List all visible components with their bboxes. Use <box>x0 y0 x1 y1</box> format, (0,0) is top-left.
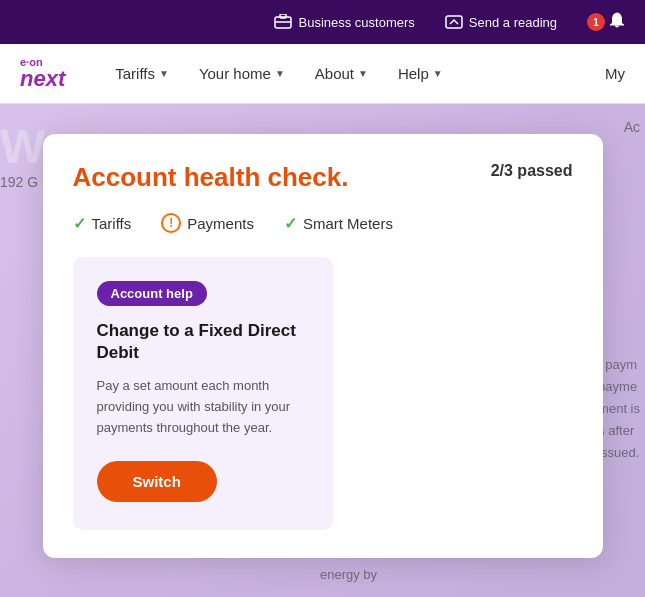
payments-warning-icon: ! <box>161 213 181 233</box>
about-label: About <box>315 65 354 82</box>
smart-meters-check-label: Smart Meters <box>303 215 393 232</box>
help-label: Help <box>398 65 429 82</box>
send-reading-label: Send a reading <box>469 15 557 30</box>
nav-help[interactable]: Help ▼ <box>398 65 443 82</box>
notification-badge[interactable]: 1 <box>587 13 605 31</box>
about-chevron-icon: ▼ <box>358 68 368 79</box>
smart-meters-check-icon: ✓ <box>284 214 297 233</box>
account-help-badge: Account help <box>97 281 207 306</box>
tariffs-chevron-icon: ▼ <box>159 68 169 79</box>
notification-count: 1 <box>593 17 599 28</box>
check-items-row: ✓ Tariffs ! Payments ✓ Smart Meters <box>73 213 573 233</box>
svg-rect-3 <box>446 16 462 28</box>
payments-check-label: Payments <box>187 215 254 232</box>
modal-passed: 2/3 passed <box>491 162 573 180</box>
nav-my[interactable]: My <box>605 65 625 82</box>
check-payments: ! Payments <box>161 213 254 233</box>
tariffs-check-label: Tariffs <box>92 215 132 232</box>
help-chevron-icon: ▼ <box>433 68 443 79</box>
check-smart-meters: ✓ Smart Meters <box>284 214 393 233</box>
main-navigation: e·on next Tariffs ▼ Your home ▼ About ▼ … <box>0 44 645 104</box>
nav-your-home[interactable]: Your home ▼ <box>199 65 285 82</box>
logo-next-text: next <box>20 68 65 90</box>
top-utility-bar: Business customers Send a reading 1 <box>0 0 645 44</box>
recommendation-card: Account help Change to a Fixed Direct De… <box>73 257 333 530</box>
briefcase-icon <box>274 13 292 31</box>
tariffs-label: Tariffs <box>115 65 155 82</box>
bell-icon <box>609 11 625 33</box>
inner-card-body: Pay a set amount each month providing yo… <box>97 376 309 438</box>
your-home-label: Your home <box>199 65 271 82</box>
modal-title: Account health check. <box>73 162 349 193</box>
modal-overlay: Account health check. 2/3 passed ✓ Tarif… <box>0 104 645 597</box>
switch-button[interactable]: Switch <box>97 461 217 502</box>
modal-header: Account health check. 2/3 passed <box>73 162 573 193</box>
my-label: My <box>605 65 625 82</box>
nav-about[interactable]: About ▼ <box>315 65 368 82</box>
business-customers-link[interactable]: Business customers <box>274 13 414 31</box>
business-customers-label: Business customers <box>298 15 414 30</box>
nav-tariffs[interactable]: Tariffs ▼ <box>115 65 169 82</box>
eon-next-logo[interactable]: e·on next <box>20 57 65 90</box>
check-tariffs: ✓ Tariffs <box>73 214 132 233</box>
tariffs-check-icon: ✓ <box>73 214 86 233</box>
your-home-chevron-icon: ▼ <box>275 68 285 79</box>
health-check-modal: Account health check. 2/3 passed ✓ Tarif… <box>43 134 603 558</box>
meter-icon <box>445 13 463 31</box>
send-reading-link[interactable]: Send a reading <box>445 13 557 31</box>
notification-wrapper[interactable]: 1 <box>587 11 625 33</box>
inner-card-title: Change to a Fixed Direct Debit <box>97 320 309 364</box>
